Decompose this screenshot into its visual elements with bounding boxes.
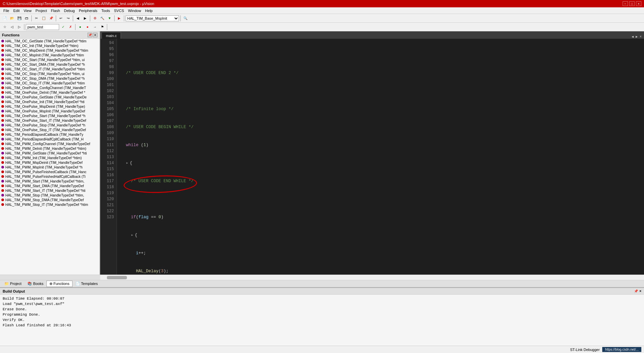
menu-window[interactable]: Window xyxy=(126,8,143,13)
cut-btn[interactable]: ✂ xyxy=(33,15,40,22)
function-item-15[interactable]: HAL_TIM_OnePulse_MspInit (TIM_HandleType… xyxy=(0,109,100,113)
menu-svcs[interactable]: SVCS xyxy=(112,8,126,13)
function-item-17[interactable]: HAL_TIM_OnePulse_Start_IT (TIM_HandleTyp… xyxy=(0,118,100,123)
function-item-9[interactable]: HAL_TIM_OC_Stop_IT (TIM_HandleTypeDef *h… xyxy=(0,81,100,85)
functions-list[interactable]: HAL_TIM_OC_GetState (TIM_HandleTypeDef *… xyxy=(0,39,100,275)
new-file-btn[interactable]: 📄 xyxy=(1,15,8,22)
function-item-14[interactable]: HAL_TIM_OnePulse_MspDeinit (TIM_HandleTy… xyxy=(0,104,100,109)
function-item-21[interactable]: HAL_TIM_PeriodElapsedHalfCpltCallback (T… xyxy=(0,137,100,141)
x-btn[interactable]: ✗ xyxy=(67,24,74,30)
function-item-23[interactable]: HAL_TIM_PWM_DeInit (TIM_HandleTypeDef *h… xyxy=(0,146,100,151)
function-item-31[interactable]: HAL_TIM_PWM_Start_DMA (TIM_HandleTypeDef xyxy=(0,184,100,188)
func-dot-22 xyxy=(1,142,4,145)
panel-pin-btn[interactable]: 📌 xyxy=(88,33,92,37)
check-btn[interactable]: ✓ xyxy=(60,24,66,30)
build-btn[interactable]: ⚙ xyxy=(92,15,98,22)
maximize-button[interactable]: □ xyxy=(629,1,635,6)
function-item-32[interactable]: HAL_TIM_PWM_Start_IT (TIM_HandleTypeDef … xyxy=(0,188,100,193)
search-btn[interactable]: 🔍 xyxy=(182,15,189,22)
function-item-0[interactable]: HAL_TIM_OC_GetState (TIM_HandleTypeDef *… xyxy=(0,39,100,43)
function-item-24[interactable]: HAL_TIM_PWM_GetState (TIM_HandleTypeDef … xyxy=(0,151,100,155)
function-item-35[interactable]: HAL_TIM_PWM_Stop_IT (TIM_HandleTypeDef *… xyxy=(0,202,100,207)
menu-view[interactable]: View xyxy=(22,8,34,13)
function-item-5[interactable]: HAL_TIM_OC_Start_DMA (TIM_HandleTypeDef … xyxy=(0,62,100,67)
tab-scroll-right[interactable]: ▶ xyxy=(635,35,639,39)
function-item-8[interactable]: HAL_TIM_OC_Stop_DMA (TIM_HandleTypeDef *… xyxy=(0,76,100,81)
function-item-4[interactable]: HAL_TIM_OC_Start (TIM_HandleTypeDef *hti… xyxy=(0,57,100,62)
function-item-13[interactable]: HAL_TIM_OnePulse_Init (TIM_HandleTypeDef… xyxy=(0,99,100,104)
prev-bookmark-btn[interactable]: ◁ xyxy=(9,24,15,30)
flag-btn[interactable]: ⚑ xyxy=(99,24,106,30)
tab-main-c[interactable]: main.c xyxy=(102,32,121,39)
function-item-27[interactable]: HAL_TIM_PWM_MspInit (TIM_HandleTypeDef *… xyxy=(0,165,100,169)
code-content[interactable]: 94 95 96 97 98 99 100 101 102 103 104 10… xyxy=(100,39,644,275)
function-dropdown[interactable]: HAL_TIM_Base_MspInit xyxy=(126,15,179,21)
function-item-11[interactable]: HAL_TIM_OnePulse_DeInit (TIM_HandleTypeD… xyxy=(0,90,100,95)
tab-templates[interactable]: 📄 Templates xyxy=(72,281,101,287)
paste-btn[interactable]: 📌 xyxy=(48,15,54,22)
function-item-10[interactable]: HAL_TIM_OnePulse_ConfigChannel (TIM_Hand… xyxy=(0,85,100,90)
open-btn[interactable]: 📂 xyxy=(9,15,15,22)
arrow-btn[interactable]: → xyxy=(92,24,98,30)
tab-functions[interactable]: ⊕ Functions xyxy=(46,281,72,287)
tab-close-btn[interactable]: × xyxy=(639,35,643,39)
function-item-16[interactable]: HAL_TIM_OnePulse_Start (TIM_HandleTypeDe… xyxy=(0,113,100,118)
function-item-26[interactable]: HAL_TIM_PWM_MspDeinit (TIM_HandleTypeDef xyxy=(0,160,100,165)
menu-help[interactable]: Help xyxy=(143,8,155,13)
menu-debug[interactable]: Debug xyxy=(62,8,77,13)
menu-file[interactable]: File xyxy=(1,8,11,13)
next-bookmark-btn[interactable]: ▷ xyxy=(16,24,23,30)
tab-scroll-left[interactable]: ◀ xyxy=(631,35,635,39)
sep9 xyxy=(75,24,75,30)
green-btn[interactable]: ● xyxy=(77,24,84,30)
redo-btn[interactable]: ↪ xyxy=(65,15,71,22)
build-pin-btn[interactable]: 📌 xyxy=(634,289,638,293)
function-item-12[interactable]: HAL_TIM_OnePulse_GetState (TIM_HandleTyp… xyxy=(0,95,100,99)
tab-books[interactable]: 📚 Books xyxy=(24,281,46,287)
copy-btn[interactable]: 📋 xyxy=(40,15,47,22)
debug-btn[interactable]: ▶ xyxy=(116,15,123,22)
bookmark-btn[interactable]: ☆ xyxy=(1,24,8,30)
function-item-20[interactable]: HAL_TIM_PeriodElapsedCallback (TIM_Handl… xyxy=(0,132,100,137)
code-text[interactable]: /* USER CODE END 2 */ /* Infinite loop *… xyxy=(117,39,644,275)
function-item-1[interactable]: HAL_TIM_OC_Init (TIM_HandleTypeDef *htim… xyxy=(0,43,100,48)
panel-header-buttons[interactable]: 📌 × xyxy=(88,33,98,37)
function-item-7[interactable]: HAL_TIM_OC_Stop (TIM_HandleTypeDef *htim… xyxy=(0,71,100,76)
title-bar-buttons[interactable]: − □ × xyxy=(623,1,641,6)
function-item-18[interactable]: HAL_TIM_OnePulse_Stop (TIM_HandleTypeDef… xyxy=(0,123,100,127)
function-item-3[interactable]: HAL_TIM_OC_MspInit (TIM_HandleTypeDef *h… xyxy=(0,53,100,57)
function-item-25[interactable]: HAL_TIM_PWM_Init (TIM_HandleTypeDef *hti… xyxy=(0,155,100,160)
menu-flash[interactable]: Flash xyxy=(49,8,62,13)
menu-edit[interactable]: Edit xyxy=(11,8,22,13)
function-item-33[interactable]: HAL_TIM_PWM_Stop (TIM_HandleTypeDef *hti… xyxy=(0,193,100,198)
horizontal-scrollbar[interactable] xyxy=(0,275,644,280)
back-btn[interactable]: ◀ xyxy=(74,15,81,22)
func-dot-29 xyxy=(1,175,4,178)
function-item-30[interactable]: HAL_TIM_PWM_Start (TIM_HandleTypeDef *ht… xyxy=(0,179,100,184)
function-item-29[interactable]: HAL_TIM_PWM_PulseFinishedHalfCpltCallbac… xyxy=(0,174,100,179)
function-item-28[interactable]: HAL_TIM_PWM_PulseFinishedCallback (TIM_H… xyxy=(0,169,100,174)
download-btn[interactable]: ▼ xyxy=(106,15,113,22)
red-btn[interactable]: ● xyxy=(84,24,91,30)
menu-tools[interactable]: Tools xyxy=(100,8,112,13)
scroll-thumb[interactable] xyxy=(107,276,127,279)
minimize-button[interactable]: − xyxy=(623,1,628,6)
fwd-btn[interactable]: ▶ xyxy=(82,15,89,22)
undo-btn[interactable]: ↩ xyxy=(57,15,64,22)
close-button[interactable]: × xyxy=(636,1,641,6)
function-item-19[interactable]: HAL_TIM_OnePulse_Stop_IT (TIM_HandleType… xyxy=(0,127,100,132)
build-close-btn[interactable]: × xyxy=(639,289,641,293)
menu-peripherals[interactable]: Peripherals xyxy=(77,8,100,13)
save-btn[interactable]: 💾 xyxy=(16,15,23,22)
project-name-input[interactable] xyxy=(26,24,59,30)
function-item-34[interactable]: HAL_TIM_PWM_Stop_DMA (TIM_HandleTypeDef xyxy=(0,198,100,202)
panel-close-btn[interactable]: × xyxy=(93,33,98,37)
function-item-2[interactable]: HAL_TIM_OC_MspDeinit (TIM_HandleTypeDef … xyxy=(0,48,100,53)
function-item-22[interactable]: HAL_TIM_PWM_ConfigChannel (TIM_HandleTyp… xyxy=(0,141,100,146)
menu-project[interactable]: Project xyxy=(33,8,49,13)
rebuild-btn[interactable]: 🔨 xyxy=(99,15,106,22)
save-all-btn[interactable]: 🗃 xyxy=(23,15,30,22)
function-item-6[interactable]: HAL_TIM_OC_Start_IT (TIM_HandleTypeDef *… xyxy=(0,67,100,71)
main-hscroll[interactable] xyxy=(100,275,644,280)
tab-project[interactable]: 📁 Project xyxy=(1,281,24,287)
